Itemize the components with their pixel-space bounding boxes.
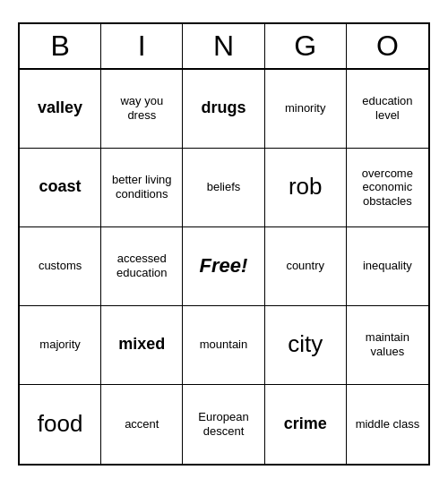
bingo-cell: food [20,385,101,464]
bingo-cell: country [265,227,347,306]
bingo-cell: inequality [347,227,428,306]
bingo-cell: beliefs [183,149,264,227]
bingo-cell: rob [265,149,347,227]
bingo-cell: middle class [347,385,428,464]
bingo-cell: way you dress [101,70,183,149]
bingo-cell: drugs [183,70,264,149]
bingo-cell: maintain values [347,306,428,385]
bingo-cell: coast [20,149,101,227]
bingo-cell: Free! [183,227,264,306]
bingo-cell: mountain [183,306,264,385]
bingo-board: BINGO valleyway you dressdrugsminorityed… [18,22,430,466]
header-letter: I [101,24,183,68]
bingo-cell: minority [265,70,347,149]
bingo-cell: crime [265,385,347,464]
bingo-cell: accent [101,385,183,464]
bingo-cell: education level [347,70,428,149]
bingo-cell: city [265,306,347,385]
bingo-header: BINGO [20,24,428,70]
header-letter: O [347,24,428,68]
bingo-cell: accessed education [101,227,183,306]
bingo-cell: European descent [183,385,264,464]
header-letter: G [265,24,347,68]
header-letter: N [183,24,264,68]
bingo-cell: customs [20,227,101,306]
bingo-cell: valley [20,70,101,149]
bingo-cell: majority [20,306,101,385]
bingo-grid: valleyway you dressdrugsminorityeducatio… [20,70,428,464]
bingo-cell: overcome economic obstacles [347,149,428,227]
bingo-cell: better living conditions [101,149,183,227]
bingo-cell: mixed [101,306,183,385]
header-letter: B [20,24,101,68]
